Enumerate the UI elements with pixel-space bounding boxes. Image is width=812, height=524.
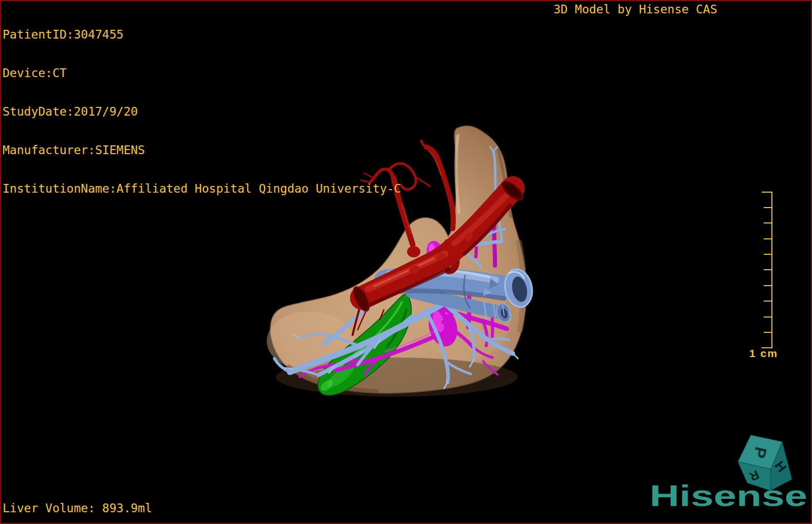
- patient-info-overlay: PatientID:3047455 Device:CT StudyDate:20…: [3, 3, 401, 221]
- hisense-logo: Hisense: [650, 481, 807, 511]
- institution-name: InstitutionName:Affiliated Hospital Qing…: [3, 182, 401, 195]
- scale-ruler-label: 1 cm: [745, 347, 782, 360]
- scale-ruler: [762, 192, 772, 348]
- viewer-window: P H R PatientID:3047455 Device:CT StudyD…: [0, 0, 812, 524]
- patient-id: PatientID:3047455: [3, 28, 401, 41]
- view-title: 3D Model by Hisense CAS: [553, 3, 717, 16]
- device: Device:CT: [3, 67, 401, 80]
- manufacturer: Manufacturer:SIEMENS: [3, 144, 401, 157]
- study-date: StudyDate:2017/9/20: [3, 105, 401, 118]
- liver-volume-readout: Liver Volume: 893.9ml: [3, 501, 152, 515]
